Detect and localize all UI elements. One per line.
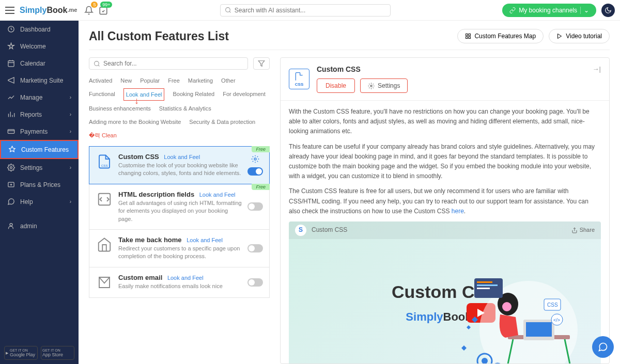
video-channel-logo: S: [295, 225, 306, 236]
feature-desc: Easily make notifications emails look ni…: [118, 282, 242, 290]
global-search[interactable]: [220, 4, 391, 17]
link-icon: [509, 7, 516, 13]
filter-tag[interactable]: Security & Data protection: [189, 116, 255, 128]
svg-point-1: [225, 8, 230, 12]
sidebar-item-marketing[interactable]: Marketing Suite: [0, 72, 79, 89]
disable-button[interactable]: Disable: [317, 78, 355, 93]
svg-rect-8: [466, 34, 468, 36]
feature-category: Look and Feel: [164, 154, 200, 160]
sidebar: Dashboard Welcome Calendar Marketing Sui…: [0, 21, 79, 364]
chevron-right-icon: ›: [70, 129, 71, 134]
svg-point-34: [482, 358, 488, 363]
feature-desc: Customise the look of your booking websi…: [118, 162, 242, 178]
sidebar-item-plans[interactable]: Plans & Prices: [0, 176, 79, 193]
theme-toggle[interactable]: [601, 4, 615, 17]
svg-point-16: [254, 158, 256, 160]
svg-rect-11: [466, 37, 468, 39]
chat-icon: [598, 342, 608, 352]
svg-rect-27: [477, 284, 498, 286]
email-icon: [96, 274, 113, 291]
feature-desc: Redirect your customers to a specific pa…: [118, 245, 242, 261]
svg-point-18: [370, 85, 372, 86]
notifications-bell[interactable]: 5: [84, 6, 94, 15]
search-icon: [94, 60, 100, 67]
chevron-right-icon: ›: [70, 199, 71, 204]
play-icon: [556, 33, 563, 39]
feature-card-html-desc[interactable]: Free HTML description fields Look and Fe…: [89, 184, 270, 230]
filter-tag-look-and-feel[interactable]: Look and Feel: [123, 88, 165, 101]
svg-marker-14: [258, 61, 265, 67]
features-map-button[interactable]: Custom Features Map: [457, 29, 544, 43]
filter-tag[interactable]: Adding more to the Booking Website: [89, 116, 181, 128]
menu-icon[interactable]: [5, 6, 14, 15]
svg-rect-10: [469, 37, 471, 39]
share-button[interactable]: Share: [571, 226, 595, 235]
video-title: Custom CSS: [312, 225, 347, 235]
feature-card-custom-css[interactable]: Free CSS Custom CSS Look and Feel Custom…: [89, 146, 270, 184]
filter-tag[interactable]: Activated: [89, 75, 112, 86]
search-icon: [225, 7, 231, 13]
page-title: All Custom Features List: [89, 29, 229, 43]
free-badge: Free: [252, 184, 270, 190]
svg-point-5: [10, 167, 12, 169]
sidebar-item-payments[interactable]: Payments›: [0, 123, 79, 140]
chevron-down-icon: ⌄: [580, 7, 589, 14]
global-search-input[interactable]: [235, 7, 386, 14]
sidebar-item-welcome[interactable]: Welcome: [0, 38, 79, 55]
css-icon: CSS: [96, 153, 113, 170]
svg-point-7: [10, 224, 12, 226]
video-tutorial-button[interactable]: Video tutorial: [549, 29, 610, 43]
svg-text:CSS: CSS: [547, 302, 558, 308]
chevron-right-icon: ›: [70, 165, 71, 170]
gear-icon: [368, 83, 375, 89]
feature-search[interactable]: [89, 57, 248, 70]
feature-toggle[interactable]: [247, 167, 263, 176]
filter-tag[interactable]: For development: [223, 88, 266, 101]
filter-clean[interactable]: �력 Clean: [89, 130, 117, 141]
settings-button[interactable]: Settings: [360, 78, 408, 93]
filter-tag[interactable]: Other: [221, 75, 236, 86]
notifications-check[interactable]: 99+: [99, 6, 108, 15]
feature-toggle[interactable]: [247, 244, 263, 252]
here-link[interactable]: here: [452, 208, 464, 215]
collapse-icon[interactable]: →|: [593, 65, 601, 73]
detail-paragraph: The Custom CSS feature is free for all u…: [289, 186, 601, 216]
sidebar-item-dashboard[interactable]: Dashboard: [0, 21, 79, 38]
filter-tag[interactable]: Marketing: [188, 75, 213, 86]
svg-rect-26: [477, 281, 492, 283]
filter-tag[interactable]: New: [120, 75, 132, 86]
google-play-badge[interactable]: ▶GET IT ONGoogle Play: [4, 346, 38, 360]
sidebar-item-calendar[interactable]: Calendar: [0, 55, 79, 72]
filter-tag[interactable]: Popular: [140, 75, 160, 86]
svg-text:</>: </>: [553, 318, 560, 323]
feature-card-take-home[interactable]: Take me back home Look and Feel Redirect…: [89, 230, 270, 267]
booking-channels-button[interactable]: My booking channels ⌄: [502, 4, 596, 17]
feature-card-custom-email[interactable]: Custom email Look and Feel Easily make n…: [89, 267, 270, 298]
filter-tag[interactable]: Business enhancements: [89, 103, 151, 114]
sidebar-item-settings[interactable]: Settings›: [0, 159, 79, 176]
filter-button[interactable]: [253, 57, 270, 70]
filter-tag[interactable]: Booking Related: [173, 88, 214, 101]
sidebar-item-custom-features[interactable]: Custom Features: [0, 140, 79, 159]
filter-tags: Activated New Popular Free Marketing Oth…: [89, 75, 270, 141]
filter-tag[interactable]: Functional: [89, 88, 115, 101]
feature-search-input[interactable]: [103, 60, 243, 67]
sidebar-item-manage[interactable]: Manage›: [0, 89, 79, 106]
filter-tag[interactable]: Statistics & Analytics: [159, 103, 211, 114]
svg-rect-28: [477, 288, 490, 289]
app-store-badge[interactable]: GET IT ONApp Store: [41, 346, 74, 360]
sidebar-item-reports[interactable]: Reports›: [0, 106, 79, 123]
feature-toggle[interactable]: [247, 278, 263, 287]
feature-category: Look and Feel: [199, 192, 236, 198]
grid-icon: [465, 33, 471, 39]
feature-name: Custom CSS: [118, 153, 159, 161]
filter-tag[interactable]: Free: [168, 75, 180, 86]
sidebar-item-admin[interactable]: admin: [0, 217, 79, 234]
video-embed[interactable]: S Custom CSS Share Custom CSS SimplyBook…: [289, 221, 601, 363]
gear-icon[interactable]: [251, 155, 259, 163]
detail-paragraph: This feature can be useful if your compa…: [289, 142, 601, 182]
feature-toggle[interactable]: [247, 202, 263, 211]
chat-bubble[interactable]: [592, 336, 614, 358]
svg-rect-0: [100, 7, 107, 14]
sidebar-item-help[interactable]: Help›: [0, 193, 79, 210]
